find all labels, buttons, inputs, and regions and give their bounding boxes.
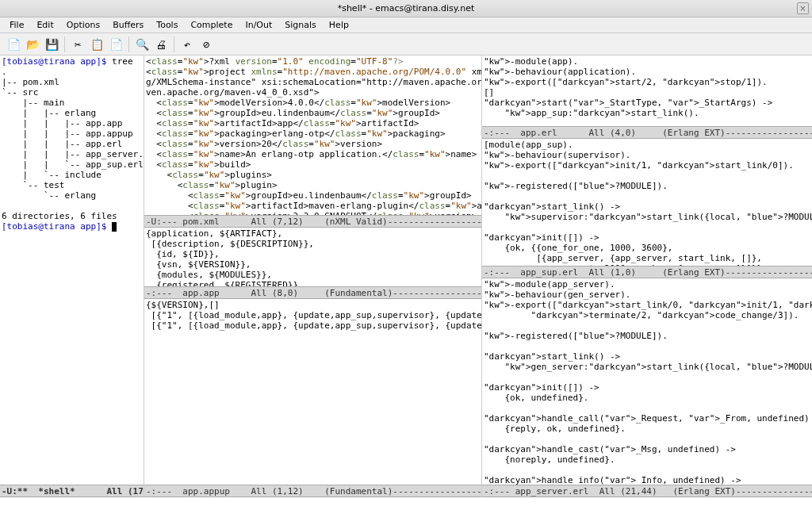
menu-signals[interactable]: Signals [278, 18, 323, 32]
middle-column: <class="kw">?xml version="1.0" encoding=… [144, 56, 482, 497]
appsup-pane[interactable]: [module(app_sup). "kw">-behaviour(superv… [482, 139, 812, 266]
cancel-icon[interactable]: ⊘ [197, 36, 215, 53]
appapp-pane[interactable]: {application, ${ARTIFACT}, [{description… [144, 228, 481, 286]
minibuffer[interactable] [0, 497, 812, 510]
apperl-pane[interactable]: "kw">-module(app). "kw">-behaviour(appli… [482, 56, 812, 126]
menu-inout[interactable]: In/Out [239, 18, 278, 32]
appserver-modeline: -:--- app_server.erl All (21,44) (Erlang… [482, 485, 812, 497]
pom-pane[interactable]: <class="kw">?xml version="1.0" encoding=… [144, 56, 481, 215]
shell-column: [tobias@tirana app]$ tree . |-- pom.xml … [0, 56, 144, 497]
shell-modeline: -U:** *shell* All (17,21) [0, 485, 144, 497]
new-file-icon[interactable]: 📄 [5, 36, 22, 53]
search-icon[interactable]: 🔍 [133, 36, 151, 53]
undo-icon[interactable]: ↶ [178, 36, 196, 53]
close-icon[interactable]: × [797, 2, 809, 14]
menu-complete[interactable]: Complete [184, 18, 239, 32]
menu-buffers[interactable]: Buffers [106, 18, 150, 32]
separator [128, 36, 129, 52]
workspace: [tobias@tirana app]$ tree . |-- pom.xml … [0, 56, 812, 497]
copy-icon[interactable]: 📋 [88, 36, 105, 53]
apperl-modeline: -:--- app.erl All (4,0) (Erlang EXT)----… [482, 126, 812, 139]
print-icon[interactable]: 🖨 [152, 36, 170, 53]
tool-bar: 📄 📂 💾 ✂ 📋 📄 🔍 🖨 ↶ ⊘ [0, 33, 812, 56]
menu-options[interactable]: Options [60, 18, 106, 32]
window-title: *shell* - emacs@tirana.disy.net [338, 3, 475, 13]
menu-edit[interactable]: Edit [30, 18, 59, 32]
open-file-icon[interactable]: 📂 [24, 36, 41, 53]
save-icon[interactable]: 💾 [43, 36, 60, 53]
menu-file[interactable]: File [3, 18, 30, 32]
window-titlebar: *shell* - emacs@tirana.disy.net × [0, 0, 812, 17]
appsup-modeline: -:--- app_sup.erl All (1,0) (Erlang EXT)… [482, 266, 812, 278]
appserver-pane[interactable]: "kw">-module(app_server). "kw">-behaviou… [482, 278, 812, 485]
menu-tools[interactable]: Tools [150, 18, 184, 32]
shell-pane[interactable]: [tobias@tirana app]$ tree . |-- pom.xml … [0, 56, 144, 485]
right-column: "kw">-module(app). "kw">-behaviour(appli… [482, 56, 812, 497]
appappup-modeline: -:--- app.appup All (1,12) (Fundamental)… [144, 485, 481, 497]
menu-bar: File Edit Options Buffers Tools Complete… [0, 17, 812, 33]
pom-modeline: -U:--- pom.xml All (7,12) (nXML Valid)--… [144, 215, 481, 228]
separator [64, 36, 65, 52]
separator [174, 36, 174, 52]
cut-icon[interactable]: ✂ [69, 36, 86, 53]
appappup-pane[interactable]: {${VERSION},[] [{"1", [{load_module,app}… [144, 299, 481, 485]
paste-icon[interactable]: 📄 [107, 36, 124, 53]
appapp-modeline: -:--- app.app All (8,0) (Fundamental)---… [144, 286, 481, 299]
menu-help[interactable]: Help [323, 18, 355, 32]
